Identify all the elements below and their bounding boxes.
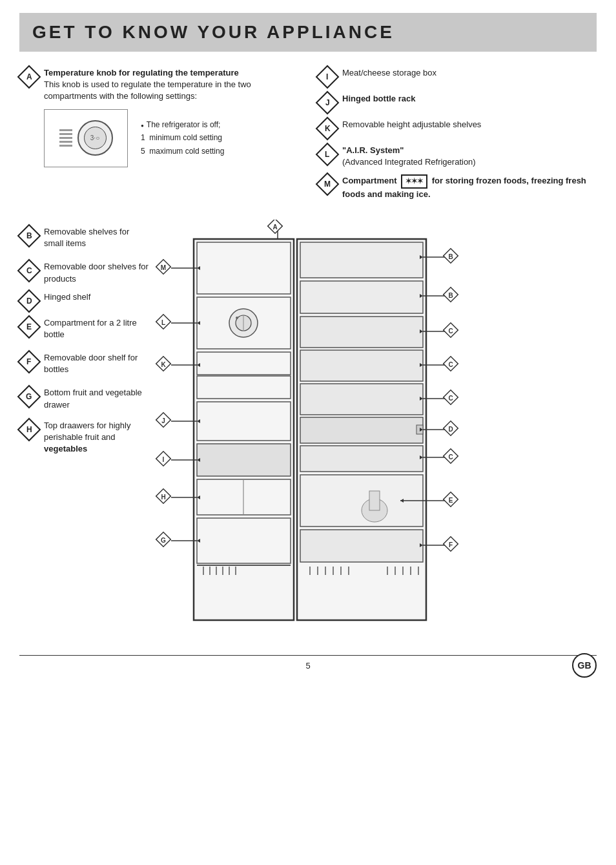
page-header: GET TO KNOW YOUR APPLIANCE — [19, 13, 597, 52]
svg-text:L: L — [161, 319, 165, 326]
svg-rect-31 — [197, 444, 291, 476]
item-I-text: Meat/cheese storage box — [342, 67, 597, 79]
item-A-desc: This knob is used to regulate the temper… — [44, 79, 251, 101]
item-B-row: B Removable shelves for small items — [19, 226, 149, 249]
fridge-svg: A M L — [155, 220, 465, 640]
temp-list: The refrigerator is off; 1 minimum cold … — [141, 118, 224, 158]
footer-bar: 5 GB — [19, 655, 597, 671]
svg-rect-92 — [369, 491, 380, 510]
svg-rect-54 — [300, 242, 423, 278]
star-badge: ✶✶✶ — [401, 174, 427, 188]
svg-rect-97 — [300, 530, 423, 562]
knob-circle: 3·○ — [77, 120, 113, 156]
badge-E: E — [19, 317, 39, 337]
svg-rect-64 — [300, 317, 423, 348]
svg-rect-69 — [300, 350, 423, 381]
temp-item-1: The refrigerator is off; — [141, 118, 224, 131]
svg-rect-79 — [300, 417, 423, 443]
item-F-text: Removable door shelf for bottles — [44, 352, 149, 375]
item-D-text: Hinged shelf — [44, 291, 149, 303]
page-title: GET TO KNOW YOUR APPLIANCE — [32, 22, 584, 43]
svg-text:A: A — [272, 224, 277, 231]
svg-text:B: B — [448, 292, 453, 299]
item-M-row: M Compartment ✶✶✶ for storing frozen foo… — [318, 174, 597, 200]
knob-inner: 3·○ — [84, 127, 107, 149]
svg-text:E: E — [449, 497, 453, 504]
bottom-section: B Removable shelves for small items C Re… — [19, 220, 597, 642]
temp-item-3: 5 maximum cold setting — [141, 145, 224, 158]
item-I-row: I Meat/cheese storage box — [318, 67, 597, 87]
svg-text:C: C — [448, 361, 453, 368]
svg-text:M: M — [161, 264, 166, 271]
badge-K: K — [318, 119, 337, 138]
item-L-text: "A.I.R. System" (Advanced Integrated Ref… — [342, 145, 597, 168]
temp-image: 3·○ The refrigerator is off; 1 minimum c… — [44, 109, 298, 167]
svg-text:C: C — [448, 395, 453, 402]
top-right-section: I Meat/cheese storage box J Hinged bottl… — [318, 67, 597, 207]
item-J-text: Hinged bottle rack — [342, 93, 597, 105]
item-F-row: F Removable door shelf for bottles — [19, 352, 149, 375]
svg-text:J: J — [161, 417, 165, 424]
badge-H: H — [19, 420, 39, 439]
left-labels: B Removable shelves for small items C Re… — [19, 220, 149, 642]
svg-text:G: G — [161, 537, 166, 544]
badge-B: B — [19, 226, 39, 245]
svg-rect-59 — [300, 281, 423, 313]
country-badge: GB — [572, 653, 597, 678]
svg-rect-74 — [300, 384, 423, 415]
svg-text:I: I — [163, 456, 165, 463]
badge-F: F — [19, 352, 39, 371]
badge-A: A — [19, 67, 39, 87]
svg-text:C: C — [448, 453, 453, 461]
svg-text:C: C — [448, 328, 453, 335]
page-number: 5 — [305, 661, 310, 671]
badge-M: M — [318, 174, 337, 194]
svg-rect-85 — [300, 446, 423, 472]
item-K-row: K Removable height adjustable shelves — [318, 119, 597, 138]
item-H-row: H Top draawers for highly perishable fru… — [19, 420, 149, 455]
item-L-row: L "A.I.R. System" (Advanced Integrated R… — [318, 145, 597, 168]
item-G-text: Bottom fruit and vegetable drawer — [44, 387, 149, 410]
item-K-text: Removable height adjustable shelves — [342, 119, 597, 130]
badge-I: I — [318, 67, 337, 87]
fridge-diagram: A M L — [155, 220, 597, 642]
temp-section: 3·○ The refrigerator is off; 1 minimum c… — [44, 109, 298, 167]
item-H-text: Top draawers for highly perishable fruit… — [44, 420, 149, 455]
item-G-row: G Bottom fruit and vegetable drawer — [19, 387, 149, 410]
item-C-text: Removable door shelves for products — [44, 261, 149, 284]
badge-L: L — [318, 145, 337, 164]
item-E-text: Compartment for a 2 litre bottle — [44, 317, 149, 340]
badge-D: D — [19, 291, 39, 311]
item-D-row: D Hinged shelf — [19, 291, 149, 311]
knob-box: 3·○ — [44, 109, 128, 167]
top-left-section: A Temperature knob for regulating the te… — [19, 67, 298, 207]
item-A-row: A Temperature knob for regulating the te… — [19, 67, 298, 103]
item-M-text: Compartment ✶✶✶ for storing frozen foods… — [342, 174, 597, 200]
item-E-row: E Compartment for a 2 litre bottle — [19, 317, 149, 340]
svg-text:K: K — [161, 361, 166, 368]
item-B-text: Removable shelves for small items — [44, 226, 149, 249]
item-A-text: Temperature knob for regulating the temp… — [44, 67, 298, 103]
svg-text:B: B — [448, 253, 453, 260]
svg-text:H: H — [161, 494, 165, 501]
item-J-row: J Hinged bottle rack — [318, 93, 597, 112]
temp-item-2: 1 minimum cold setting — [141, 131, 224, 144]
item-A-bold: Temperature knob for regulating the temp… — [44, 68, 239, 78]
svg-text:F: F — [449, 541, 453, 548]
item-C-row: C Removable door shelves for products — [19, 261, 149, 284]
svg-text:D: D — [448, 426, 453, 433]
badge-J: J — [318, 93, 337, 112]
badge-G: G — [19, 387, 39, 406]
badge-C: C — [19, 261, 39, 280]
svg-point-14 — [236, 317, 238, 319]
